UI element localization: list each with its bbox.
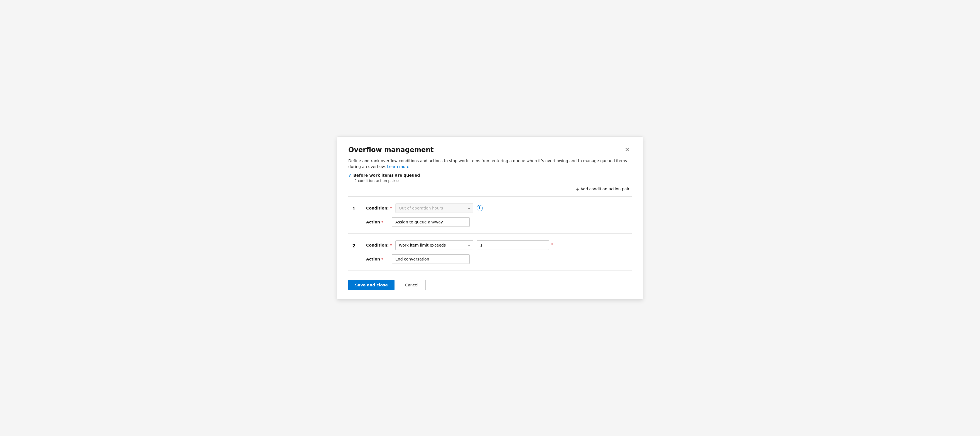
action-dropdown-1[interactable]: Assign to queue anyway [392,217,470,227]
limit-required-star: * [551,243,553,246]
action-field-group-2: Action * End conversation ⌄ [366,254,632,264]
row-number-1: 1 [348,203,360,211]
condition-label-1: Condition: * [366,206,392,210]
section-subtitle: 2 condition-action pair set [355,179,632,183]
work-item-limit-input[interactable] [477,240,549,250]
section-header: ∨ Before work items are queued [348,173,632,177]
action-field-group-1: Action * Assign to queue anyway ⌄ [366,217,632,227]
number-input-wrapper: * [477,240,549,250]
action-label-1: Action * [366,220,388,224]
section-title: Before work items are queued [353,173,420,177]
action-required-star-1: * [382,220,383,224]
action-label-2: Action * [366,257,388,261]
add-pair-row: + Add condition-action pair [348,185,632,197]
condition-select-2[interactable]: Work item limit exceeds ⌄ [395,240,473,250]
learn-more-link[interactable]: Learn more [387,164,409,169]
dialog-title: Overflow management [348,146,434,154]
cancel-button[interactable]: Cancel [398,280,426,290]
row-number-2: 2 [348,240,360,249]
row-fields-2: Condition: * Work item limit exceeds ⌄ *… [366,240,632,264]
action-required-star-2: * [382,257,383,261]
action-dropdown-2[interactable]: End conversation [392,254,470,264]
add-pair-label: Add condition-action pair [581,187,630,191]
dialog-footer: Save and close Cancel [348,280,632,290]
row-fields-1: Condition: * Out of operation hours ⌄ i … [366,203,632,227]
close-button[interactable]: ✕ [622,146,632,153]
plus-icon: + [575,186,579,192]
dialog-header: Overflow management ✕ [348,146,632,154]
overflow-management-dialog: Overflow management ✕ Define and rank ov… [337,136,643,299]
condition-required-star-2: * [390,243,392,248]
info-icon-1[interactable]: i [477,205,483,211]
condition-required-star-1: * [390,206,392,210]
action-select-2[interactable]: End conversation ⌄ [392,254,470,264]
add-condition-action-pair-button[interactable]: + Add condition-action pair [573,185,632,193]
condition-row-1: 1 Condition: * Out of operation hours ⌄ … [348,197,632,234]
condition-row-2: 2 Condition: * Work item limit exceeds ⌄… [348,234,632,271]
action-select-1[interactable]: Assign to queue anyway ⌄ [392,217,470,227]
dialog-description: Define and rank overflow conditions and … [348,158,632,170]
save-and-close-button[interactable]: Save and close [348,280,395,290]
section-chevron-icon[interactable]: ∨ [348,173,351,177]
condition-dropdown-2[interactable]: Work item limit exceeds [395,240,473,250]
condition-select-1[interactable]: Out of operation hours ⌄ [395,203,473,213]
condition-label-2: Condition: * [366,243,392,248]
condition-field-group-1: Condition: * Out of operation hours ⌄ i [366,203,632,213]
condition-field-group-2: Condition: * Work item limit exceeds ⌄ * [366,240,632,250]
condition-dropdown-1[interactable]: Out of operation hours [395,203,473,213]
